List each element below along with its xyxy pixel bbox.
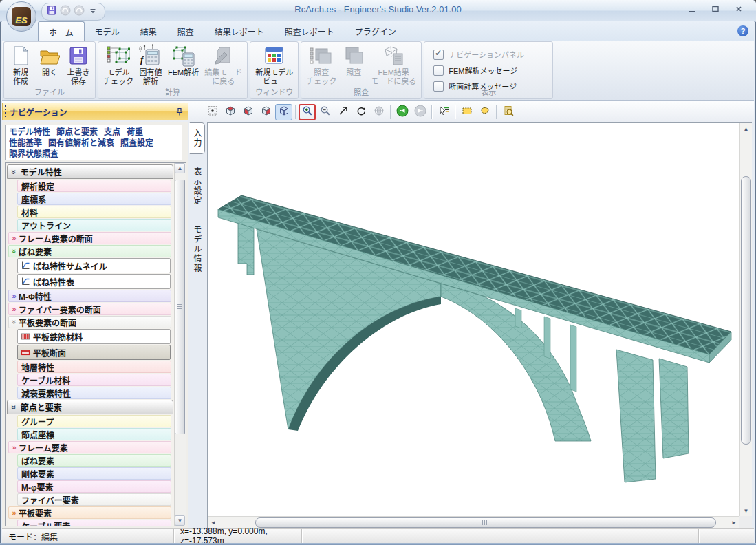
overwrite-save-button[interactable]: 上書き 保存: [64, 43, 93, 89]
nav-link-固有値解析と減衰[interactable]: 固有値解析と減衰: [48, 138, 114, 148]
tree-item-平板要素[interactable]: »平板要素: [8, 506, 171, 519]
model-3d-canvas[interactable]: [208, 123, 739, 516]
toolbar-zoom-extents-button[interactable]: [334, 104, 352, 120]
ribbon-tab-verification[interactable]: 照査: [167, 21, 204, 41]
toolbar-view-forward-button[interactable]: [411, 104, 429, 120]
nav-link-節点と要素[interactable]: 節点と要素: [56, 127, 98, 137]
tree-item-M-Φ特性[interactable]: »M-Φ特性: [8, 290, 171, 302]
panel-drag-grip[interactable]: [5, 105, 6, 118]
nav-link-限界状態照査[interactable]: 限界状態照査: [9, 149, 58, 159]
viewport-scroll-down-icon[interactable]: ▼: [740, 505, 752, 516]
return-to-fem-result-button[interactable]: FEM結果 モードに戻る: [368, 43, 419, 89]
toolbar-zoom-out-button[interactable]: [316, 104, 334, 120]
ribbon-tab-plugin[interactable]: プラグイン: [345, 21, 407, 41]
button-label: 開く: [42, 68, 57, 77]
close-button[interactable]: [730, 3, 748, 14]
toolbar-view-cube-top-button[interactable]: [222, 104, 239, 120]
return-to-edit-mode-button[interactable]: 編集モード に戻る: [202, 43, 245, 89]
minimize-button[interactable]: [683, 3, 701, 14]
toolbar-pan-view-button[interactable]: [370, 104, 387, 120]
verification-check-button[interactable]: 照査 チェック: [303, 43, 339, 89]
nav-link-性能基準[interactable]: 性能基準: [9, 138, 42, 148]
ribbon-tab-result[interactable]: 結果: [130, 21, 167, 41]
toolbar-view-cube-side-button[interactable]: [257, 104, 274, 120]
tree-item-フレーム要素の断面[interactable]: »フレーム要素の断面: [8, 232, 171, 244]
viewport-vertical-scrollbar[interactable]: ▲ ▼: [739, 123, 752, 516]
nav-link-支点[interactable]: 支点: [104, 127, 120, 137]
tree-item-ばね要素[interactable]: »ばね要素: [8, 245, 171, 257]
tree-item-地層特性[interactable]: 地層特性: [17, 361, 171, 373]
ribbon-tab-home[interactable]: ホーム: [38, 21, 85, 41]
tree-item-ケーブル材料[interactable]: ケーブル材料: [17, 374, 171, 386]
viewport-scroll-right-icon[interactable]: ►: [728, 517, 739, 528]
tree-item-label: 剛体要素: [21, 468, 54, 480]
help-button[interactable]: ?: [737, 25, 748, 36]
model-check-button[interactable]: モデル チェック: [100, 43, 136, 89]
open-button[interactable]: 開く: [35, 43, 64, 89]
tree-item-ケーブル要素[interactable]: ケーブル要素: [17, 520, 171, 526]
side-tab-input[interactable]: 入力: [189, 122, 205, 154]
viewport-hscroll-thumb[interactable]: [255, 517, 716, 528]
side-tab-display-settings[interactable]: 表示設定: [189, 161, 205, 212]
nav-link-照査設定[interactable]: 照査設定: [120, 138, 153, 148]
tree-item-グループ[interactable]: グループ: [17, 415, 171, 427]
viewport-scroll-up-icon[interactable]: ▲: [740, 123, 752, 134]
toolbar-rotate-view-button[interactable]: [352, 104, 369, 120]
tree-scroll-up-icon[interactable]: ▲: [175, 163, 185, 173]
tree-item-M-φ要素[interactable]: M-φ要素: [17, 480, 171, 493]
toolbar-zoom-in-button[interactable]: [299, 104, 316, 120]
tree-scroll-thumb[interactable]: [175, 180, 185, 434]
tree-item-平板断面[interactable]: 平板断面: [17, 345, 171, 360]
tree-item-ばね特性サムネイル[interactable]: ばね特性サムネイル: [17, 258, 171, 273]
toolbar-view-wireframe-button[interactable]: [275, 104, 292, 120]
toolbar-selection-mode-button[interactable]: [204, 104, 221, 120]
tree-item-座標系[interactable]: 座標系: [17, 193, 171, 205]
toolbar-pointer-select-button[interactable]: [435, 104, 452, 120]
tree-item-ファイバー要素[interactable]: ファイバー要素: [17, 493, 171, 506]
tree-section-モデル特性[interactable]: »モデル特性: [7, 164, 173, 179]
toolbar-lasso-select-button[interactable]: [476, 104, 493, 120]
checkbox-fem-analysis-message[interactable]: FEM解析メッセージ: [433, 65, 543, 76]
tree-scrollbar[interactable]: ▲ ▼: [174, 163, 186, 526]
tree-section-節点と要素[interactable]: »節点と要素: [7, 400, 173, 414]
toolbar-zoom-region-button[interactable]: [499, 104, 517, 120]
eigenvalue-analysis-button[interactable]: f固有値 解析: [136, 43, 165, 89]
fem-analysis-button[interactable]: FEM解析: [165, 43, 202, 89]
tree-item-平板鉄筋材料[interactable]: 平板鉄筋材料: [17, 329, 171, 344]
status-resize-area: [699, 529, 754, 543]
tree-item-減衰要素特性[interactable]: 減衰要素特性: [17, 387, 171, 399]
tree-section-label: モデル特性: [21, 166, 62, 178]
app-menu-button[interactable]: ES: [6, 1, 36, 32]
maximize-button[interactable]: [706, 3, 724, 14]
nav-link-モデル特性[interactable]: モデル特性: [9, 127, 50, 137]
tree-item-剛体要素[interactable]: 剛体要素: [17, 467, 171, 480]
tree-item-ばね要素[interactable]: ばね要素: [17, 454, 171, 467]
checkbox-navigation-panel[interactable]: ナビゲーションパネル: [433, 49, 543, 60]
ribbon-tab-verification-report[interactable]: 照査レポート: [274, 21, 345, 41]
verification-run-button[interactable]: 照査: [339, 43, 368, 89]
toolbar-view-back-button[interactable]: [393, 104, 411, 120]
ribbon-tab-result-report[interactable]: 結果レポート: [204, 21, 274, 41]
nav-link-荷重[interactable]: 荷重: [127, 127, 143, 137]
tree-item-節点座標[interactable]: 節点座標: [17, 428, 171, 440]
tree-item-フレーム要素[interactable]: »フレーム要素: [8, 441, 171, 453]
tree-item-ばね特性表[interactable]: ばね特性表: [17, 274, 171, 289]
side-tab-model-info[interactable]: モデル情報: [189, 219, 205, 279]
verification-icon: [342, 44, 365, 67]
new-file-button[interactable]: 新規 作成: [6, 43, 35, 89]
tree-scroll-down-icon[interactable]: ▼: [175, 515, 185, 526]
viewport-vscroll-thumb[interactable]: [741, 176, 751, 445]
ribbon-tab-model[interactable]: モデル: [85, 21, 130, 41]
new-model-view-button[interactable]: 新規モデル ビュー: [252, 43, 296, 89]
tree-item-解析設定[interactable]: 解析設定: [17, 180, 171, 192]
pin-icon[interactable]: [175, 107, 184, 116]
ribbon-group-buttons: 新規モデル ビュー: [252, 43, 296, 89]
tree-item-ファイバー要素の断面[interactable]: »ファイバー要素の断面: [8, 303, 171, 315]
toolbar-rect-select-button[interactable]: [458, 104, 475, 120]
toolbar-view-cube-front-button[interactable]: [239, 104, 257, 120]
tree-item-平板要素の断面[interactable]: »平板要素の断面: [8, 316, 171, 328]
tree-item-材料[interactable]: 材料: [17, 206, 171, 218]
tree-item-アウトライン[interactable]: アウトライン: [17, 219, 171, 231]
es-logo-icon: ES: [12, 7, 31, 26]
toolbar-separator: [431, 105, 432, 119]
